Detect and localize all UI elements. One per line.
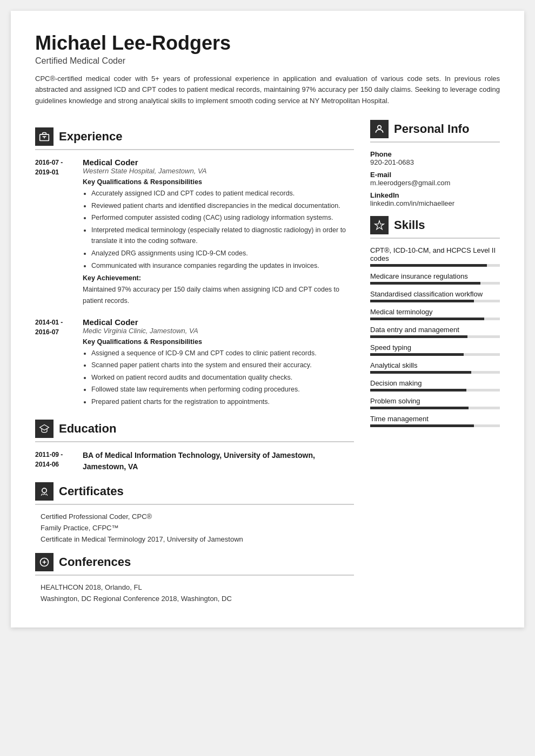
exp-bullet-item: Analyzed DRG assignments using ICD-9-CM … xyxy=(91,248,354,259)
skill-bar-fill-9 xyxy=(370,424,474,427)
exp-bullet-item: Accurately assigned ICD and CPT codes to… xyxy=(91,188,354,199)
cert-item-0: Certified Professional Coder, CPC® xyxy=(41,512,354,521)
skill-item-1: Medicare insurance regulations xyxy=(370,272,500,285)
conf-item-1: Washington, DC Regional Conference 2018,… xyxy=(41,595,354,603)
experience-entry-0: 2016-07 - 2019-01Medical CoderWestern St… xyxy=(35,158,354,307)
skill-item-8: Problem solving xyxy=(370,397,500,409)
exp-qual-heading-1: Key Qualifications & Responsibilities xyxy=(83,338,354,346)
skill-name-1: Medicare insurance regulations xyxy=(370,272,500,280)
skill-name-3: Medical terminology xyxy=(370,308,500,316)
skill-bar-bg-0 xyxy=(370,264,500,267)
education-icon xyxy=(35,420,54,438)
exp-bullet-item: Assigned a sequence of ICD-9 CM and CPT … xyxy=(91,348,354,359)
skill-bar-fill-7 xyxy=(370,389,466,392)
experience-entries: 2016-07 - 2019-01Medical CoderWestern St… xyxy=(35,158,354,409)
exp-job-title-0: Medical Coder xyxy=(83,158,354,167)
candidate-summary: CPC®-certified medical coder with 5+ yea… xyxy=(35,73,500,107)
phone-label: Phone xyxy=(370,150,500,158)
experience-entry-1: 2014-01 - 2016-07Medical CoderMedic Virg… xyxy=(35,318,354,409)
linkedin-label: LinkedIn xyxy=(370,191,500,199)
experience-icon xyxy=(35,127,54,146)
phone-value: 920-201-0683 xyxy=(370,158,500,166)
skill-bar-bg-2 xyxy=(370,300,500,302)
certificates-icon xyxy=(35,482,54,501)
skills-icon xyxy=(370,216,389,234)
exp-bullet-item: Followed state law requirements when per… xyxy=(91,384,354,395)
exp-bullet-item: Performed computer assisted coding (CAC)… xyxy=(91,212,354,224)
education-section-header: Education xyxy=(35,420,354,442)
experience-section-header: Experience xyxy=(35,127,354,150)
experience-title: Experience xyxy=(59,130,122,144)
svg-point-3 xyxy=(42,488,46,492)
main-layout: Experience 2016-07 - 2019-01Medical Code… xyxy=(35,118,500,606)
conf-entries: HEALTHCON 2018, Orlando, FLWashington, D… xyxy=(35,583,354,603)
svg-point-5 xyxy=(378,125,382,129)
candidate-name: Michael Lee-Rodgers xyxy=(35,32,500,54)
personal-info-block: Phone 920-201-0683 E-mail m.leerodgers@g… xyxy=(370,150,500,207)
exp-date-0: 2016-07 - 2019-01 xyxy=(35,158,74,307)
resume-header: Michael Lee-Rodgers Certified Medical Co… xyxy=(35,32,500,107)
skill-name-7: Decision making xyxy=(370,379,500,387)
exp-bullet-item: Prepared patient charts for the registra… xyxy=(91,396,354,408)
skill-item-0: CPT®, ICD-10-CM, and HCPCS Level II code… xyxy=(370,246,500,267)
skill-bar-fill-0 xyxy=(370,264,487,267)
skill-bar-fill-4 xyxy=(370,335,467,338)
skill-item-6: Analytical skills xyxy=(370,361,500,374)
skill-bar-bg-8 xyxy=(370,407,500,409)
skill-name-4: Data entry and management xyxy=(370,326,500,334)
skill-bar-bg-9 xyxy=(370,424,500,427)
exp-company-0: Western State Hospital, Jamestown, VA xyxy=(83,167,354,175)
conf-item-0: HEALTHCON 2018, Orlando, FL xyxy=(41,583,354,591)
cert-item-1: Family Practice, CFPC™ xyxy=(41,524,354,532)
skill-bar-fill-3 xyxy=(370,318,484,320)
exp-bullet-item: Worked on patient record audits and docu… xyxy=(91,372,354,383)
skill-item-7: Decision making xyxy=(370,379,500,392)
email-label: E-mail xyxy=(370,171,500,179)
skill-bar-bg-6 xyxy=(370,371,500,374)
cert-entries: Certified Professional Coder, CPC®Family… xyxy=(35,512,354,543)
conferences-section-header: Conferences xyxy=(35,553,354,576)
exp-content-0: Medical CoderWestern State Hospital, Jam… xyxy=(83,158,354,307)
exp-date-1: 2014-01 - 2016-07 xyxy=(35,318,74,409)
exp-bullets-0: Accurately assigned ICD and CPT codes to… xyxy=(83,188,354,271)
right-column: Personal Info Phone 920-201-0683 E-mail … xyxy=(370,118,500,606)
skill-bar-fill-5 xyxy=(370,353,464,356)
skill-item-5: Speed typing xyxy=(370,343,500,356)
skill-bar-bg-5 xyxy=(370,353,500,356)
conferences-section: Conferences HEALTHCON 2018, Orlando, FLW… xyxy=(35,553,354,603)
exp-bullet-item: Communicated with insurance companies re… xyxy=(91,260,354,272)
skills-title: Skills xyxy=(394,218,425,232)
education-title: Education xyxy=(59,422,116,436)
skill-bar-fill-2 xyxy=(370,300,474,302)
edu-content-0: BA of Medical Information Technology, Un… xyxy=(83,450,354,473)
skill-bar-fill-8 xyxy=(370,407,469,409)
exp-qual-heading-0: Key Qualifications & Responsibilities xyxy=(83,178,354,186)
skill-item-4: Data entry and management xyxy=(370,326,500,338)
edu-date-0: 2011-09 - 2014-06 xyxy=(35,450,74,473)
certificates-title: Certificates xyxy=(59,484,124,498)
exp-bullet-item: Reviewed patient charts and identified d… xyxy=(91,200,354,212)
exp-job-title-1: Medical Coder xyxy=(83,318,354,327)
exp-bullet-item: Scanned paper patient charts into the sy… xyxy=(91,360,354,371)
experience-section: Experience 2016-07 - 2019-01Medical Code… xyxy=(35,127,354,409)
conferences-title: Conferences xyxy=(59,555,131,569)
skill-name-8: Problem solving xyxy=(370,397,500,405)
skill-bar-fill-6 xyxy=(370,371,471,374)
skill-name-6: Analytical skills xyxy=(370,361,500,369)
exp-bullet-item: Interpreted medical terminology (especia… xyxy=(91,225,354,247)
skill-item-2: Standardised classification workflow xyxy=(370,290,500,302)
certificates-section: Certificates Certified Professional Code… xyxy=(35,482,354,543)
education-entries: 2011-09 - 2014-06BA of Medical Informati… xyxy=(35,450,354,473)
education-section: Education 2011-09 - 2014-06BA of Medical… xyxy=(35,420,354,473)
skill-bar-fill-1 xyxy=(370,282,480,285)
skill-bar-bg-3 xyxy=(370,318,500,320)
education-entry-0: 2011-09 - 2014-06BA of Medical Informati… xyxy=(35,450,354,473)
linkedin-value: linkedin.com/in/michaelleer xyxy=(370,199,500,207)
conferences-icon xyxy=(35,553,54,571)
exp-bullets-1: Assigned a sequence of ICD-9 CM and CPT … xyxy=(83,348,354,408)
skill-bar-bg-1 xyxy=(370,282,500,285)
skill-name-0: CPT®, ICD-10-CM, and HCPCS Level II code… xyxy=(370,246,500,262)
resume-container: Michael Lee-Rodgers Certified Medical Co… xyxy=(11,11,524,627)
skill-name-5: Speed typing xyxy=(370,343,500,352)
skill-item-9: Time management xyxy=(370,415,500,427)
